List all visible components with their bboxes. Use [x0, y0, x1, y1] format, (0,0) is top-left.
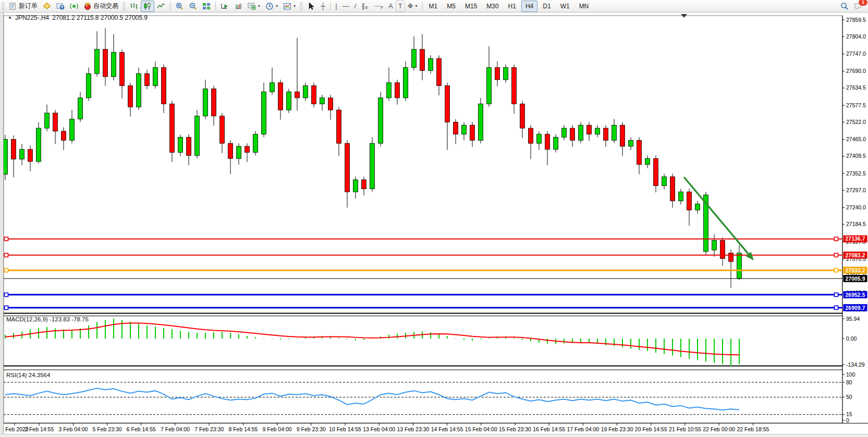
timeframe-button-D1[interactable]: D1 [539, 1, 555, 12]
timeframe-button-M30[interactable]: M30 [482, 1, 503, 12]
chart-ohlc-values: 27081.2 27115.8 27000.5 27005.9 [52, 14, 148, 21]
candle-body [145, 73, 150, 85]
price-tag-27083.2: 27083.2 [843, 252, 867, 259]
candle-body [195, 116, 200, 156]
price-tick-label: 27352.5 [846, 170, 866, 177]
chart-shift-icon [234, 2, 242, 10]
notification-badge: 1 [859, 0, 867, 6]
crosshair-tool-button[interactable]: ┼ [318, 1, 328, 12]
candle-body [220, 116, 225, 143]
time-tick-label: 13 Feb 04:00 [363, 426, 395, 432]
bar-chart-type-button[interactable] [127, 1, 141, 12]
bar-chart-icon [130, 2, 138, 10]
time-tick-label: 7 Feb 04:00 [161, 426, 190, 432]
svg-text:27083.2: 27083.2 [846, 252, 865, 258]
candle-body [87, 73, 91, 98]
rsi-axis-label: 50 [846, 394, 852, 400]
candle-body [95, 49, 100, 74]
candle-body [429, 58, 433, 70]
candle-body [328, 98, 333, 110]
timeframe-button-H4[interactable]: H4 [521, 1, 537, 12]
price-tag-27033.2: 27033.2 [843, 267, 867, 274]
candle-body [103, 49, 108, 77]
price-tick-label: 27804.0 [846, 33, 866, 40]
candle-body [378, 98, 383, 143]
timeframe-button-MN[interactable]: MN [575, 1, 593, 12]
vertical-line-tool-button[interactable]: | [333, 1, 339, 12]
market-watch-button[interactable] [40, 1, 54, 12]
candle-body [287, 92, 291, 110]
period-clock-button[interactable]: ▾ [263, 1, 280, 12]
line-handle [835, 306, 838, 309]
timeframe-button-M15[interactable]: M15 [461, 1, 481, 12]
candle-body [695, 204, 700, 210]
candle-body [412, 49, 417, 68]
candle-body [228, 143, 233, 158]
candle-body [504, 68, 508, 80]
text-label-tool-button[interactable]: T [396, 1, 405, 12]
fibonacci-icon: ⋯ [373, 3, 380, 9]
candle-body [637, 140, 642, 165]
candle-body [20, 149, 25, 159]
text-tool-button[interactable]: A [386, 1, 396, 12]
time-tick-label: 9 Feb 04:00 [263, 426, 292, 432]
arrows-tool-button[interactable]: ✥ ▾ [405, 1, 420, 12]
chevron-down-icon: ▾ [258, 4, 260, 8]
line-handle [5, 293, 8, 296]
new-chart-button[interactable]: ▾ [245, 1, 263, 12]
price-tick-label: 27297.0 [846, 187, 866, 193]
timeframe-button-H1[interactable]: H1 [504, 1, 520, 12]
zoom-out-button[interactable] [186, 1, 200, 12]
candle-body [270, 83, 275, 92]
candle-body [178, 138, 183, 153]
time-tick-label: 16 Feb 14:55 [533, 426, 565, 432]
timeframe-button-M1[interactable]: M1 [425, 1, 442, 12]
notifications-button[interactable]: 1 [851, 1, 865, 12]
timeframe-button-M5[interactable]: M5 [443, 1, 460, 12]
candle-body [679, 192, 683, 201]
time-tick-label: 20 Feb 14:55 [635, 426, 667, 432]
candle-body [312, 86, 316, 104]
chart-shift-button[interactable] [231, 1, 245, 12]
main-toolbar: 新订单 自动交易 [0, 0, 868, 13]
new-order-button[interactable]: 新订单 [6, 1, 40, 12]
rsi-axis-label: 0 [846, 417, 849, 423]
time-tick-label: 2 Feb 14:55 [25, 426, 54, 432]
strategy-tester-button[interactable] [67, 1, 81, 12]
new-order-label: 新订单 [19, 2, 38, 10]
search-button[interactable] [838, 1, 851, 12]
zoom-out-icon [189, 2, 197, 10]
horizontal-line-tool-button[interactable]: — [340, 1, 352, 12]
price-tick-label: 27409.5 [846, 153, 866, 159]
timeframe-button-W1[interactable]: W1 [556, 1, 574, 12]
candle-body [337, 110, 341, 143]
line-handle [835, 237, 838, 241]
new-order-icon [9, 2, 17, 10]
horizontal-line-icon: — [343, 3, 349, 9]
text-tool-icon: A [388, 3, 393, 9]
time-tick-label: 5 Feb 23:30 [93, 426, 122, 432]
zoom-in-button[interactable] [173, 1, 186, 12]
time-tick-label: 6 Feb 14:55 [127, 426, 156, 432]
candle-body [479, 104, 483, 141]
rsi-axis-label: 100 [846, 371, 855, 378]
line-chart-type-button[interactable] [154, 1, 168, 12]
candle-body [70, 119, 75, 141]
trendline-icon: / [354, 3, 357, 9]
symbol-dropdown-icon[interactable]: ▼ [8, 16, 12, 20]
fibonacci-tool-button[interactable]: ⋯ F [371, 1, 386, 12]
candlestick-chart-type-button[interactable] [141, 1, 154, 12]
equidistant-channel-tool-button[interactable]: ∥ E [359, 1, 371, 12]
templates-button[interactable]: ▾ [280, 1, 298, 12]
trendline-tool-button[interactable]: / [352, 1, 359, 12]
cursor-tool-button[interactable] [304, 1, 318, 12]
toolbar-grip[interactable] [123, 2, 126, 10]
tile-windows-button[interactable] [200, 1, 213, 12]
toolbar-grip[interactable] [2, 2, 5, 10]
auto-trading-button[interactable]: 自动交易 [81, 1, 121, 12]
candle-body [720, 240, 725, 258]
auto-scroll-button[interactable] [218, 1, 231, 12]
toolbar-grip[interactable] [300, 2, 303, 10]
candle-body [537, 134, 542, 143]
data-window-button[interactable] [54, 1, 67, 12]
